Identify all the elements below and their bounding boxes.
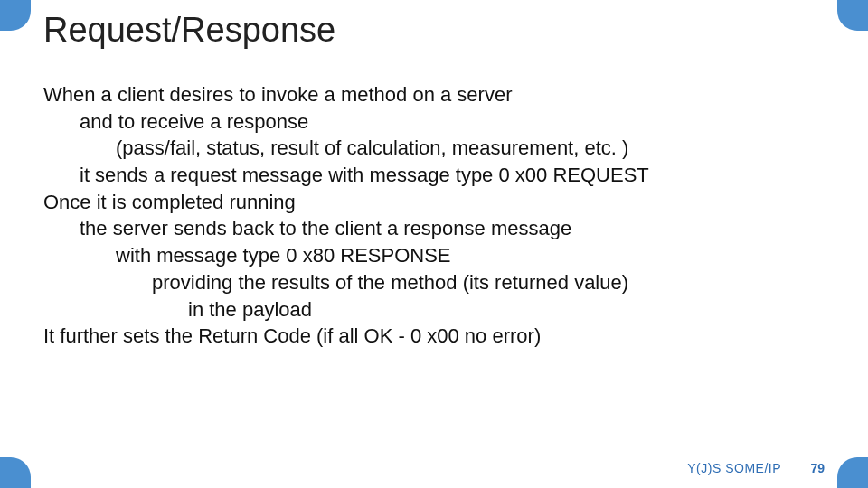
body-line: the server sends back to the client a re… <box>43 215 825 242</box>
body-line: it sends a request message with message … <box>43 162 825 189</box>
corner-decoration-bottom-right <box>837 457 868 488</box>
body-line: When a client desires to invoke a method… <box>43 81 825 108</box>
body-line: in the payload <box>43 296 825 324</box>
footer-label: Y(J)S SOME/IP <box>687 461 781 475</box>
slide-title: Request/Response <box>43 11 335 50</box>
body-line: It further sets the Return Code (if all … <box>43 323 825 350</box>
body-line: (pass/fail, status, result of calculatio… <box>43 135 825 162</box>
page-number: 79 <box>810 461 825 475</box>
body-line: Once it is completed running <box>43 189 825 216</box>
body-line: and to receive a response <box>43 108 825 136</box>
body-line: providing the results of the method (its… <box>43 269 825 296</box>
corner-decoration-bottom-left <box>0 457 31 488</box>
corner-decoration-top-left <box>0 0 31 31</box>
slide-body: When a client desires to invoke a method… <box>43 81 825 350</box>
corner-decoration-top-right <box>837 0 868 31</box>
body-line: with message type 0 x80 RESPONSE <box>43 242 825 269</box>
